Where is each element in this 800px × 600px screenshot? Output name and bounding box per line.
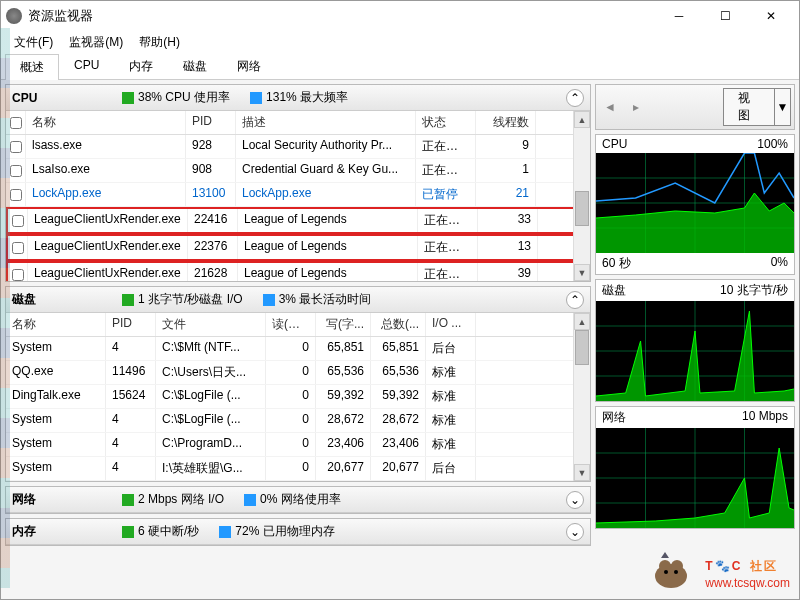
col-file[interactable]: 文件 [156,313,266,336]
cell-desc: Local Security Authority Pr... [236,135,416,158]
cell-total: 59,392 [371,385,426,408]
nav-back-button[interactable]: ◄ [599,97,621,117]
view-button[interactable]: 视图 [723,88,775,126]
table-row[interactable]: LeagueClientUxRender.exe 22416 League of… [6,207,590,234]
cell-file: C:\ProgramD... [156,433,266,456]
row-checkbox[interactable] [10,141,22,153]
cell-pid: 22376 [188,236,238,259]
menu-monitor[interactable]: 监视器(M) [64,33,128,52]
tab-memory[interactable]: 内存 [114,53,168,79]
scroll-thumb[interactable] [575,330,589,365]
table-row[interactable]: QQ.exe 11496 C:\Users\日天... 0 65,536 65,… [6,361,590,385]
scroll-thumb[interactable] [575,191,589,226]
cpu-freq: 131% 最大频率 [266,89,348,106]
disk-table-header: 名称 PID 文件 读(字... 写(字... 总数(... I/O ... [6,313,590,337]
cell-threads: 9 [476,135,536,158]
tab-network[interactable]: 网络 [222,53,276,79]
cell-io: 后台 [426,457,476,480]
cell-io: 标准 [426,409,476,432]
net-title: 网络 [12,491,122,508]
collapse-button[interactable]: ⌃ [566,89,584,107]
maximize-button[interactable]: ☐ [702,1,748,31]
cell-file: C:\Users\日天... [156,361,266,384]
chart-max: 10 Mbps [742,409,788,426]
cell-name: lsass.exe [26,135,186,158]
cell-io: 标准 [426,385,476,408]
cell-threads: 33 [478,209,538,232]
col-pid[interactable]: PID [186,111,236,134]
square-icon [122,294,134,306]
col-write[interactable]: 写(字... [316,313,371,336]
col-read[interactable]: 读(字... [266,313,316,336]
network-panel: 网络 2 Mbps 网络 I/O 0% 网络使用率 ⌄ [5,486,591,514]
view-dropdown[interactable]: ▼ [775,88,791,126]
table-row[interactable]: lsass.exe 928 Local Security Authority P… [6,135,590,159]
window-title: 资源监视器 [28,7,656,25]
cell-total: 20,677 [371,457,426,480]
square-icon [122,526,134,538]
tab-disk[interactable]: 磁盘 [168,53,222,79]
col-pid[interactable]: PID [106,313,156,336]
tab-overview[interactable]: 概述 [5,54,59,80]
col-name[interactable]: 名称 [26,111,186,134]
cell-write: 28,672 [316,409,371,432]
mem-faults: 6 硬中断/秒 [138,523,199,540]
col-total[interactable]: 总数(... [371,313,426,336]
scroll-down-button[interactable]: ▼ [574,464,590,481]
row-checkbox[interactable] [10,165,22,177]
scroll-up-button[interactable]: ▲ [574,111,590,128]
table-row[interactable]: System 4 I:\英雄联盟\G... 0 20,677 20,677 后台 [6,457,590,481]
cell-pid: 908 [186,159,236,182]
collapse-button[interactable]: ⌃ [566,291,584,309]
cell-status: 正在运行 [418,209,478,232]
chart-disk: 磁盘10 兆字节/秒 [595,279,795,402]
app-icon [6,8,22,24]
cell-file: C:\$Mft (NTF... [156,337,266,360]
cell-pid: 11496 [106,361,156,384]
expand-button[interactable]: ⌄ [566,491,584,509]
taskbar-strip [0,28,10,588]
col-status[interactable]: 状态 [416,111,476,134]
table-row[interactable]: LsaIso.exe 908 Credential Guard & Key Gu… [6,159,590,183]
scroll-up-button[interactable]: ▲ [574,313,590,330]
col-io[interactable]: I/O ... [426,313,476,336]
table-row[interactable]: LockApp.exe 13100 LockApp.exe 已暂停 21 [6,183,590,207]
cpu-table-header: 名称 PID 描述 状态 线程数 [6,111,590,135]
disk-panel: 磁盘 1 兆字节/秒磁盘 I/O 3% 最长活动时间 ⌃ 名称 PID 文件 读… [5,286,591,482]
chart-min: 0% [771,255,788,272]
cell-file: C:\$LogFile (... [156,385,266,408]
col-desc[interactable]: 描述 [236,111,416,134]
scrollbar[interactable]: ▲ ▼ [573,313,590,481]
menu-help[interactable]: 帮助(H) [134,33,185,52]
col-name[interactable]: 名称 [6,313,106,336]
table-row[interactable]: System 4 C:\$LogFile (... 0 28,672 28,67… [6,409,590,433]
row-checkbox[interactable] [12,215,24,227]
row-checkbox[interactable] [10,189,22,201]
col-threads[interactable]: 线程数 [476,111,536,134]
cell-threads: 39 [478,263,538,281]
select-all-checkbox[interactable] [10,117,22,129]
scrollbar[interactable]: ▲ ▼ [573,111,590,281]
table-row[interactable]: DingTalk.exe 15624 C:\$LogFile (... 0 59… [6,385,590,409]
tab-cpu[interactable]: CPU [59,53,114,79]
scroll-down-button[interactable]: ▼ [574,264,590,281]
cell-threads: 1 [476,159,536,182]
table-row[interactable]: LeagueClientUxRender.exe 22376 League of… [6,234,590,261]
cell-write: 23,406 [316,433,371,456]
memory-panel: 内存 6 硬中断/秒 72% 已用物理内存 ⌄ [5,518,591,546]
row-checkbox[interactable] [12,242,24,254]
menu-file[interactable]: 文件(F) [9,33,58,52]
disk-title: 磁盘 [12,291,122,308]
net-rate: 2 Mbps 网络 I/O [138,491,224,508]
close-button[interactable]: ✕ [748,1,794,31]
cell-pid: 4 [106,409,156,432]
expand-button[interactable]: ⌄ [566,523,584,541]
row-checkbox[interactable] [12,269,24,281]
table-row[interactable]: System 4 C:\ProgramD... 0 23,406 23,406 … [6,433,590,457]
cpu-panel: CPU 38% CPU 使用率 131% 最大频率 ⌃ 名称 PID 描述 状态… [5,84,591,282]
table-row[interactable]: System 4 C:\$Mft (NTF... 0 65,851 65,851… [6,337,590,361]
minimize-button[interactable]: ─ [656,1,702,31]
table-row[interactable]: LeagueClientUxRender.exe 21628 League of… [6,261,590,281]
nav-fwd-button[interactable]: ▸ [625,97,647,117]
cell-read: 0 [266,409,316,432]
